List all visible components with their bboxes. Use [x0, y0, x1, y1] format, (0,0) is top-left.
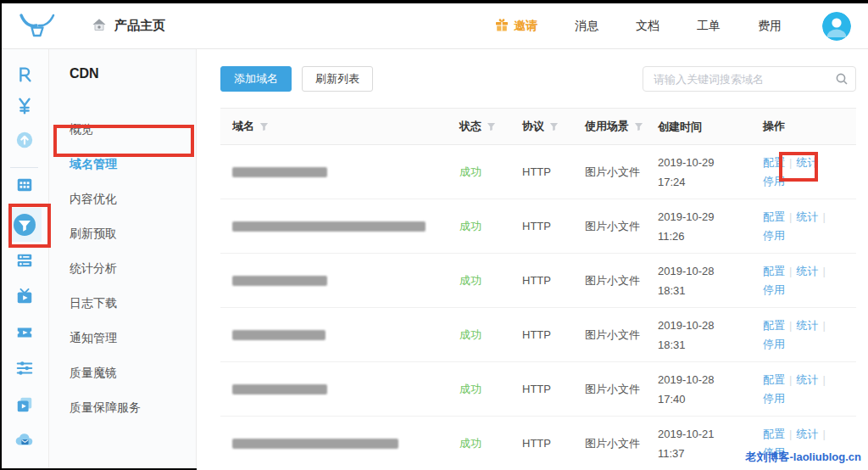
tuning-sliders-icon[interactable] [15, 359, 34, 378]
search-input[interactable] [643, 66, 856, 92]
page-body: CDN 概览 域名管理 内容优化 刷新预取 统计分析 日志下载 通知管理 质量魔… [0, 49, 868, 469]
col-header-actions: 操作 [763, 117, 856, 136]
configure-link[interactable]: 配置 [763, 210, 785, 223]
protocol-cell: HTTP [522, 328, 585, 341]
topnav-docs[interactable]: 文档 [636, 19, 659, 34]
topbar: 产品主页 邀请 消息 文档 工单 费用 [0, 3, 868, 49]
redacted-domain [232, 330, 326, 340]
add-domain-button[interactable]: 添加域名 [220, 66, 292, 92]
stats-link[interactable]: 统计 [796, 210, 818, 223]
product-home-label: 产品主页 [114, 18, 165, 34]
redacted-domain [232, 221, 426, 232]
configure-link[interactable]: 配置 [763, 428, 785, 440]
domain-search [643, 66, 856, 92]
topnav-messages[interactable]: 消息 [575, 19, 598, 34]
topnav-tickets[interactable]: 工单 [697, 19, 721, 34]
protocol-cell: HTTP [522, 165, 585, 178]
disable-link[interactable]: 停用 [763, 229, 785, 242]
media-ticket-icon[interactable] [15, 323, 34, 342]
home-icon [92, 17, 107, 36]
disable-link[interactable]: 停用 [763, 392, 785, 405]
sidebar-item-content-optimization[interactable]: 内容优化 [70, 182, 196, 216]
window-left-edge [0, 3, 2, 470]
product-icon-rail [0, 49, 49, 469]
sidebar-item-overview[interactable]: 概览 [70, 112, 196, 147]
disable-link[interactable]: 停用 [763, 175, 785, 187]
status-badge: 成功 [459, 273, 522, 288]
redacted-domain [232, 439, 398, 449]
status-badge: 成功 [459, 382, 522, 397]
table-row: 成功 HTTP 图片小文件 2019-10-2818:31 配置|统计| 停用 [220, 308, 856, 362]
created-cell: 2019-10-2817:40 [658, 370, 763, 409]
table-header: 域名 状态 协议 使用场景 创建时间 [220, 108, 856, 145]
scene-cell: 图片小文件 [585, 165, 658, 180]
qiniu-bull-logo-icon[interactable] [19, 13, 58, 40]
rail-divider [10, 167, 38, 168]
col-header-scene[interactable]: 使用场景 [585, 119, 658, 134]
protocol-cell: HTTP [522, 220, 585, 232]
configure-link[interactable]: 配置 [763, 265, 785, 277]
protocol-cell: HTTP [522, 274, 585, 287]
status-badge: 成功 [459, 165, 522, 180]
gift-icon [495, 18, 509, 34]
col-header-created: 创建时间 [658, 117, 763, 137]
invite-link[interactable]: 邀请 [495, 18, 537, 34]
topnav: 邀请 消息 文档 工单 费用 [495, 12, 851, 41]
sidebar-item-quality-assurance[interactable]: 质量保障服务 [70, 390, 196, 425]
stats-link[interactable]: 统计 [796, 156, 818, 169]
scene-cell: 图片小文件 [585, 327, 658, 343]
user-avatar[interactable] [822, 12, 851, 41]
table-row: 成功 HTTP 图片小文件 2019-10-2818:31 配置|统计| 停用 [220, 254, 856, 308]
invite-label: 邀请 [514, 19, 537, 34]
redacted-domain [232, 276, 327, 286]
redacted-domain [232, 384, 327, 394]
scene-cell: 图片小文件 [585, 382, 658, 397]
stats-link[interactable]: 统计 [796, 428, 818, 440]
video-clips-icon[interactable] [15, 395, 34, 414]
disable-link[interactable]: 停用 [763, 338, 785, 350]
status-badge: 成功 [459, 219, 522, 234]
search-icon[interactable] [835, 72, 849, 89]
sidebar-title: CDN [70, 66, 196, 92]
disable-link[interactable]: 停用 [763, 283, 785, 296]
toolbar: 添加域名 刷新列表 [220, 66, 856, 92]
sidebar-item-statistics[interactable]: 统计分析 [70, 251, 196, 286]
stats-link[interactable]: 统计 [796, 319, 818, 332]
workflow-monogram-icon[interactable] [15, 65, 34, 84]
sidebar-item-quality-mirror[interactable]: 质量魔镜 [70, 355, 196, 390]
table-row: 成功 HTTP 图片小文件 2019-10-2911:26 配置|统计| 停用 [220, 199, 856, 254]
upload-circle-icon[interactable] [15, 131, 34, 149]
stats-link[interactable]: 统计 [796, 373, 818, 386]
col-header-status[interactable]: 状态 [459, 119, 522, 134]
sidebar-item-refresh-prefetch[interactable]: 刷新预取 [70, 216, 196, 251]
server-list-icon[interactable] [15, 251, 34, 270]
refresh-list-button[interactable]: 刷新列表 [302, 66, 373, 92]
currency-yen-icon[interactable] [15, 97, 34, 115]
created-cell: 2019-10-2818:31 [658, 261, 763, 300]
created-cell: 2019-10-2911:26 [658, 207, 763, 246]
scene-cell: 图片小文件 [585, 219, 658, 234]
topnav-billing[interactable]: 费用 [758, 19, 782, 34]
product-home-link[interactable]: 产品主页 [92, 17, 165, 36]
col-header-protocol[interactable]: 协议 [522, 119, 585, 134]
sidebar-item-notification[interactable]: 通知管理 [70, 321, 196, 355]
protocol-cell: HTTP [522, 437, 585, 450]
col-header-domain[interactable]: 域名 [220, 119, 459, 134]
filter-funnel-icon [487, 122, 496, 131]
filter-funnel-icon [549, 122, 559, 131]
redacted-domain [232, 167, 327, 177]
cloud-mail-icon[interactable] [15, 431, 34, 450]
sidebar-item-domain-management[interactable]: 域名管理 [70, 147, 196, 182]
live-tv-icon[interactable] [15, 288, 34, 306]
configure-link[interactable]: 配置 [763, 373, 785, 386]
configure-link[interactable]: 配置 [763, 319, 785, 332]
status-badge: 成功 [459, 327, 522, 343]
cdn-funnel-icon[interactable] [8, 208, 42, 242]
configure-link[interactable]: 配置 [763, 156, 785, 169]
stats-link[interactable]: 统计 [796, 265, 818, 277]
product-grid-icon[interactable] [15, 176, 34, 194]
table-row: 成功 HTTP 图片小文件 2019-10-2917:24 配置|统计| 停用 [220, 145, 856, 199]
filter-funnel-icon [634, 122, 643, 131]
sidebar-item-log-download[interactable]: 日志下载 [70, 286, 196, 321]
scene-cell: 图片小文件 [585, 273, 658, 288]
